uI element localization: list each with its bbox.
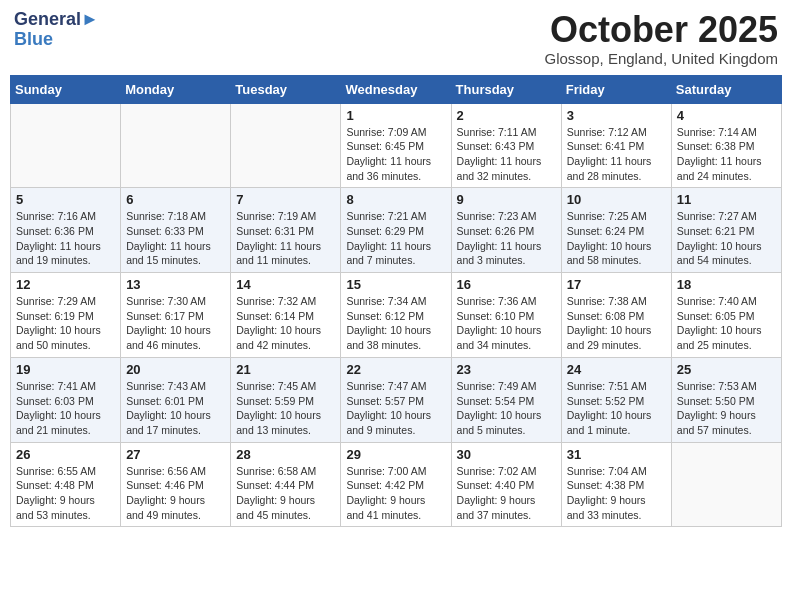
table-row: 30Sunrise: 7:02 AM Sunset: 4:40 PM Dayli… (451, 442, 561, 527)
table-row: 23Sunrise: 7:49 AM Sunset: 5:54 PM Dayli… (451, 357, 561, 442)
day-info: Sunrise: 7:40 AM Sunset: 6:05 PM Dayligh… (677, 294, 776, 353)
calendar-header-row: Sunday Monday Tuesday Wednesday Thursday… (11, 75, 782, 103)
day-info: Sunrise: 7:27 AM Sunset: 6:21 PM Dayligh… (677, 209, 776, 268)
table-row: 4Sunrise: 7:14 AM Sunset: 6:38 PM Daylig… (671, 103, 781, 188)
table-row: 25Sunrise: 7:53 AM Sunset: 5:50 PM Dayli… (671, 357, 781, 442)
day-number: 16 (457, 277, 556, 292)
day-number: 18 (677, 277, 776, 292)
title-block: October 2025 Glossop, England, United Ki… (545, 10, 778, 67)
col-tuesday: Tuesday (231, 75, 341, 103)
table-row (231, 103, 341, 188)
day-info: Sunrise: 7:11 AM Sunset: 6:43 PM Dayligh… (457, 125, 556, 184)
day-number: 13 (126, 277, 225, 292)
day-number: 31 (567, 447, 666, 462)
day-number: 8 (346, 192, 445, 207)
day-number: 22 (346, 362, 445, 377)
day-number: 29 (346, 447, 445, 462)
day-info: Sunrise: 7:18 AM Sunset: 6:33 PM Dayligh… (126, 209, 225, 268)
day-number: 10 (567, 192, 666, 207)
day-info: Sunrise: 7:49 AM Sunset: 5:54 PM Dayligh… (457, 379, 556, 438)
calendar-week-row: 1Sunrise: 7:09 AM Sunset: 6:45 PM Daylig… (11, 103, 782, 188)
day-number: 7 (236, 192, 335, 207)
calendar-week-row: 5Sunrise: 7:16 AM Sunset: 6:36 PM Daylig… (11, 188, 782, 273)
location: Glossop, England, United Kingdom (545, 50, 778, 67)
table-row: 16Sunrise: 7:36 AM Sunset: 6:10 PM Dayli… (451, 273, 561, 358)
day-info: Sunrise: 7:32 AM Sunset: 6:14 PM Dayligh… (236, 294, 335, 353)
table-row: 21Sunrise: 7:45 AM Sunset: 5:59 PM Dayli… (231, 357, 341, 442)
table-row: 3Sunrise: 7:12 AM Sunset: 6:41 PM Daylig… (561, 103, 671, 188)
col-monday: Monday (121, 75, 231, 103)
table-row: 13Sunrise: 7:30 AM Sunset: 6:17 PM Dayli… (121, 273, 231, 358)
table-row: 12Sunrise: 7:29 AM Sunset: 6:19 PM Dayli… (11, 273, 121, 358)
table-row: 22Sunrise: 7:47 AM Sunset: 5:57 PM Dayli… (341, 357, 451, 442)
day-info: Sunrise: 7:47 AM Sunset: 5:57 PM Dayligh… (346, 379, 445, 438)
day-info: Sunrise: 7:21 AM Sunset: 6:29 PM Dayligh… (346, 209, 445, 268)
day-info: Sunrise: 7:34 AM Sunset: 6:12 PM Dayligh… (346, 294, 445, 353)
day-info: Sunrise: 7:23 AM Sunset: 6:26 PM Dayligh… (457, 209, 556, 268)
table-row: 28Sunrise: 6:58 AM Sunset: 4:44 PM Dayli… (231, 442, 341, 527)
day-info: Sunrise: 7:36 AM Sunset: 6:10 PM Dayligh… (457, 294, 556, 353)
day-info: Sunrise: 7:29 AM Sunset: 6:19 PM Dayligh… (16, 294, 115, 353)
table-row: 19Sunrise: 7:41 AM Sunset: 6:03 PM Dayli… (11, 357, 121, 442)
day-number: 11 (677, 192, 776, 207)
table-row: 14Sunrise: 7:32 AM Sunset: 6:14 PM Dayli… (231, 273, 341, 358)
table-row: 27Sunrise: 6:56 AM Sunset: 4:46 PM Dayli… (121, 442, 231, 527)
day-number: 2 (457, 108, 556, 123)
day-number: 4 (677, 108, 776, 123)
day-number: 6 (126, 192, 225, 207)
day-number: 27 (126, 447, 225, 462)
table-row: 17Sunrise: 7:38 AM Sunset: 6:08 PM Dayli… (561, 273, 671, 358)
calendar-week-row: 26Sunrise: 6:55 AM Sunset: 4:48 PM Dayli… (11, 442, 782, 527)
table-row: 18Sunrise: 7:40 AM Sunset: 6:05 PM Dayli… (671, 273, 781, 358)
day-number: 15 (346, 277, 445, 292)
table-row: 10Sunrise: 7:25 AM Sunset: 6:24 PM Dayli… (561, 188, 671, 273)
day-info: Sunrise: 7:09 AM Sunset: 6:45 PM Dayligh… (346, 125, 445, 184)
day-number: 1 (346, 108, 445, 123)
day-info: Sunrise: 7:38 AM Sunset: 6:08 PM Dayligh… (567, 294, 666, 353)
day-number: 24 (567, 362, 666, 377)
table-row: 8Sunrise: 7:21 AM Sunset: 6:29 PM Daylig… (341, 188, 451, 273)
table-row: 6Sunrise: 7:18 AM Sunset: 6:33 PM Daylig… (121, 188, 231, 273)
day-number: 20 (126, 362, 225, 377)
day-number: 23 (457, 362, 556, 377)
day-info: Sunrise: 7:25 AM Sunset: 6:24 PM Dayligh… (567, 209, 666, 268)
table-row: 11Sunrise: 7:27 AM Sunset: 6:21 PM Dayli… (671, 188, 781, 273)
col-friday: Friday (561, 75, 671, 103)
col-saturday: Saturday (671, 75, 781, 103)
day-info: Sunrise: 7:30 AM Sunset: 6:17 PM Dayligh… (126, 294, 225, 353)
table-row: 24Sunrise: 7:51 AM Sunset: 5:52 PM Dayli… (561, 357, 671, 442)
day-number: 30 (457, 447, 556, 462)
col-wednesday: Wednesday (341, 75, 451, 103)
day-info: Sunrise: 6:56 AM Sunset: 4:46 PM Dayligh… (126, 464, 225, 523)
day-info: Sunrise: 7:53 AM Sunset: 5:50 PM Dayligh… (677, 379, 776, 438)
day-number: 21 (236, 362, 335, 377)
table-row: 5Sunrise: 7:16 AM Sunset: 6:36 PM Daylig… (11, 188, 121, 273)
day-info: Sunrise: 7:45 AM Sunset: 5:59 PM Dayligh… (236, 379, 335, 438)
day-number: 28 (236, 447, 335, 462)
day-info: Sunrise: 7:41 AM Sunset: 6:03 PM Dayligh… (16, 379, 115, 438)
day-number: 17 (567, 277, 666, 292)
day-number: 5 (16, 192, 115, 207)
day-info: Sunrise: 6:58 AM Sunset: 4:44 PM Dayligh… (236, 464, 335, 523)
table-row (121, 103, 231, 188)
day-info: Sunrise: 7:19 AM Sunset: 6:31 PM Dayligh… (236, 209, 335, 268)
page-header: General► Blue October 2025 Glossop, Engl… (10, 10, 782, 67)
calendar-week-row: 19Sunrise: 7:41 AM Sunset: 6:03 PM Dayli… (11, 357, 782, 442)
day-number: 25 (677, 362, 776, 377)
day-info: Sunrise: 6:55 AM Sunset: 4:48 PM Dayligh… (16, 464, 115, 523)
day-number: 14 (236, 277, 335, 292)
day-number: 9 (457, 192, 556, 207)
day-number: 3 (567, 108, 666, 123)
logo: General► Blue (14, 10, 99, 50)
table-row (11, 103, 121, 188)
day-info: Sunrise: 7:16 AM Sunset: 6:36 PM Dayligh… (16, 209, 115, 268)
calendar-week-row: 12Sunrise: 7:29 AM Sunset: 6:19 PM Dayli… (11, 273, 782, 358)
table-row (671, 442, 781, 527)
day-number: 12 (16, 277, 115, 292)
table-row: 20Sunrise: 7:43 AM Sunset: 6:01 PM Dayli… (121, 357, 231, 442)
day-info: Sunrise: 7:04 AM Sunset: 4:38 PM Dayligh… (567, 464, 666, 523)
day-info: Sunrise: 7:12 AM Sunset: 6:41 PM Dayligh… (567, 125, 666, 184)
table-row: 31Sunrise: 7:04 AM Sunset: 4:38 PM Dayli… (561, 442, 671, 527)
table-row: 15Sunrise: 7:34 AM Sunset: 6:12 PM Dayli… (341, 273, 451, 358)
table-row: 26Sunrise: 6:55 AM Sunset: 4:48 PM Dayli… (11, 442, 121, 527)
